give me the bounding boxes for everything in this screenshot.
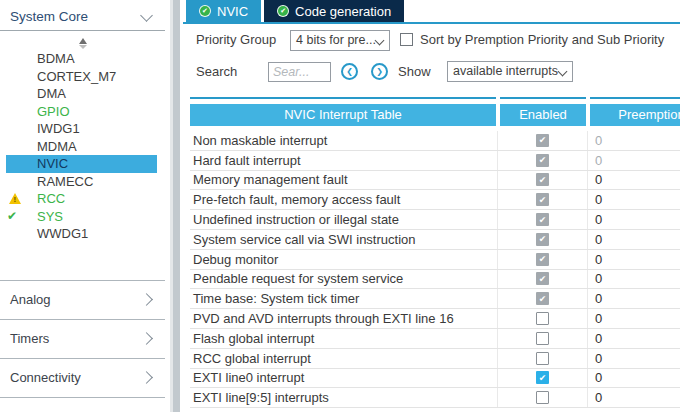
- sidebar-item-iwdg1[interactable]: IWDG1: [0, 120, 165, 138]
- enabled-checkbox: [536, 213, 549, 226]
- triangle-up-icon: [79, 38, 87, 44]
- enabled-checkbox[interactable]: [536, 332, 549, 345]
- section-label: System Core: [10, 4, 88, 29]
- divider: [0, 30, 165, 31]
- sidebar-item-wwdg1[interactable]: WWDG1: [0, 225, 165, 243]
- show-label: Show: [398, 62, 431, 82]
- interrupt-name-cell: Memory management fault: [190, 171, 497, 190]
- table-row[interactable]: Memory management fault0: [190, 171, 680, 191]
- preemption-priority-cell[interactable]: 0: [587, 270, 680, 289]
- table-row[interactable]: Debug monitor0: [190, 250, 680, 270]
- sidebar-item-nvic[interactable]: NVIC: [6, 155, 157, 173]
- enabled-cell: [497, 349, 587, 368]
- interrupt-name-cell: RCC global interrupt: [190, 349, 497, 368]
- enabled-cell: [497, 369, 587, 388]
- sidebar-item-rcc[interactable]: RCC: [0, 190, 165, 208]
- enabled-checkbox: [536, 292, 549, 305]
- table-row[interactable]: EXTI line0 interrupt0: [190, 369, 680, 389]
- table-top-rule: [190, 97, 680, 99]
- table-row[interactable]: PVD and AVD interrupts through EXTI line…: [190, 309, 680, 329]
- sidebar-section-timers[interactable]: Timers: [0, 319, 165, 358]
- sidebar-item-cortex-m7[interactable]: CORTEX_M7: [0, 68, 165, 86]
- table-row[interactable]: RCC global interrupt0: [190, 349, 680, 369]
- sidebar-item-label: RCC: [0, 190, 165, 208]
- triangle-down-icon: [79, 45, 87, 49]
- priority-group-select[interactable]: 4 bits for pre...: [290, 30, 390, 51]
- sidebar-item-label: CORTEX_M7: [0, 68, 165, 86]
- interrupt-name-cell: PVD and AVD interrupts through EXTI line…: [190, 309, 497, 328]
- sidebar-item-label: WWDG1: [0, 225, 165, 243]
- tab-label: Code generation: [295, 4, 391, 19]
- sidebar-category-list: AnalogTimersConnectivity: [0, 280, 165, 398]
- sidebar-item-label: NVIC: [6, 155, 157, 173]
- chevron-down-icon: [558, 67, 568, 77]
- preemption-priority-cell[interactable]: 0: [587, 171, 680, 190]
- search-label: Search: [196, 62, 237, 82]
- enabled-cell: [497, 250, 587, 269]
- table-row[interactable]: Undefined instruction or illegal state0: [190, 210, 680, 230]
- interrupt-name-cell: Debug monitor: [190, 250, 497, 269]
- peripherals-sidebar: System Core BDMACORTEX_M7DMAGPIOIWDG1MDM…: [0, 0, 165, 412]
- table-row[interactable]: System service call via SWI instruction0: [190, 230, 680, 250]
- table-row[interactable]: EXTI line[9:5] interrupts0: [190, 388, 680, 408]
- interrupt-table-body: Non maskable interrupt0Hard fault interr…: [190, 131, 680, 408]
- peripheral-list: BDMACORTEX_M7DMAGPIOIWDG1MDMANVICRAMECCR…: [0, 50, 165, 243]
- preemption-priority-cell[interactable]: 0: [587, 210, 680, 229]
- enabled-cell: [497, 388, 587, 407]
- table-row[interactable]: Time base: System tick timer0: [190, 289, 680, 309]
- sort-checkbox-label: Sort by Premption Priority and Sub Prior…: [420, 30, 664, 50]
- preemption-priority-cell[interactable]: 0: [587, 230, 680, 249]
- enabled-checkbox[interactable]: [536, 352, 549, 365]
- chevron-down-icon: [375, 36, 385, 46]
- enabled-checkbox[interactable]: [536, 391, 549, 404]
- sidebar-item-ramecc[interactable]: RAMECC: [0, 173, 165, 191]
- show-filter-select[interactable]: available interrupts: [447, 61, 573, 82]
- interrupt-name-cell: EXTI line[9:5] interrupts: [190, 388, 497, 407]
- interrupt-name-cell: Pendable request for system service: [190, 270, 497, 289]
- interrupt-name-cell: EXTI line0 interrupt: [190, 369, 497, 388]
- preemption-priority-cell[interactable]: 0: [587, 190, 680, 209]
- table-row[interactable]: Non maskable interrupt0: [190, 131, 680, 151]
- enabled-checkbox: [536, 134, 549, 147]
- sidebar-item-bdma[interactable]: BDMA: [0, 50, 165, 68]
- sort-checkbox[interactable]: [400, 33, 413, 46]
- table-row[interactable]: Flash global interrupt0: [190, 329, 680, 349]
- check-circle-icon: [277, 5, 289, 17]
- next-search-result-button[interactable]: [371, 63, 388, 80]
- chevron-right-icon: [140, 293, 153, 306]
- scroll-up-indicator[interactable]: [0, 38, 165, 49]
- tab-code-generation[interactable]: Code generation: [264, 0, 404, 22]
- enabled-checkbox: [536, 173, 549, 186]
- priority-group-value: 4 bits for pre...: [296, 31, 376, 50]
- preemption-priority-cell[interactable]: 0: [587, 369, 680, 388]
- sidebar-item-dma[interactable]: DMA: [0, 85, 165, 103]
- table-row[interactable]: Pendable request for system service0: [190, 270, 680, 290]
- previous-search-result-button[interactable]: [341, 63, 358, 80]
- tab-bar: NVICCode generation: [186, 0, 404, 22]
- sidebar-item-label: SYS: [0, 208, 165, 226]
- table-row[interactable]: Pre-fetch fault, memory access fault0: [190, 190, 680, 210]
- sidebar-item-gpio[interactable]: GPIO: [0, 103, 165, 121]
- preemption-priority-cell[interactable]: 0: [587, 250, 680, 269]
- preemption-priority-cell[interactable]: 0: [587, 349, 680, 368]
- enabled-checkbox: [536, 233, 549, 246]
- table-row[interactable]: Hard fault interrupt0: [190, 151, 680, 171]
- preemption-priority-cell[interactable]: 0: [587, 329, 680, 348]
- sidebar-section-analog[interactable]: Analog: [0, 280, 165, 319]
- sidebar-item-mdma[interactable]: MDMA: [0, 138, 165, 156]
- preemption-priority-cell[interactable]: 0: [587, 289, 680, 308]
- enabled-checkbox[interactable]: [536, 371, 549, 384]
- tab-nvic[interactable]: NVIC: [186, 0, 261, 22]
- enabled-checkbox[interactable]: [536, 312, 549, 325]
- enabled-cell: [497, 151, 587, 170]
- sidebar-section-system-core[interactable]: System Core: [0, 4, 165, 29]
- table-header-interrupt: NVIC Interrupt Table: [190, 104, 496, 126]
- preemption-priority-cell[interactable]: 0: [587, 388, 680, 407]
- sidebar-section-connectivity[interactable]: Connectivity: [0, 358, 165, 398]
- sidebar-item-sys[interactable]: SYS: [0, 208, 165, 226]
- preemption-priority-cell[interactable]: 0: [587, 309, 680, 328]
- enabled-cell: [497, 171, 587, 190]
- search-input[interactable]: [268, 62, 331, 82]
- sidebar-item-label: MDMA: [0, 138, 165, 156]
- panel-splitter[interactable]: [170, 0, 180, 412]
